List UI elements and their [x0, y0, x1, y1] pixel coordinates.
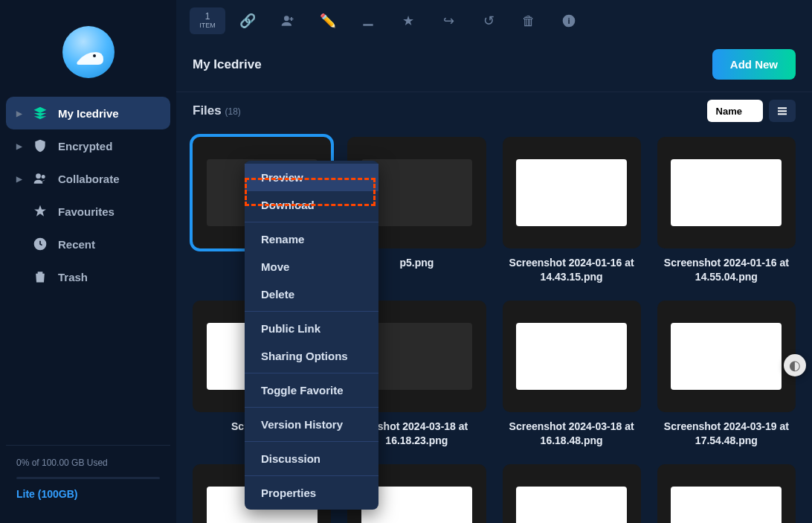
breadcrumb[interactable]: My Icedrive — [193, 57, 262, 72]
stack-icon — [31, 106, 49, 121]
list-icon — [776, 105, 788, 117]
add-new-button[interactable]: Add New — [712, 49, 796, 80]
star-icon — [31, 204, 49, 219]
history-button[interactable]: ↺ — [471, 7, 506, 34]
chevron-right-icon: ▶ — [16, 142, 27, 150]
storage-used-text: 0% of 100.00 GB Used — [16, 458, 160, 468]
sidebar-item-label: Favourites — [58, 205, 115, 218]
chevron-right-icon: ▶ — [16, 175, 27, 183]
sidebar-item-label: My Icedrive — [58, 107, 119, 120]
sidebar-item-label: Trash — [58, 271, 88, 283]
svg-rect-7 — [778, 107, 787, 109]
svg-point-0 — [93, 54, 96, 57]
svg-text:i: i — [567, 16, 570, 25]
file-thumbnail[interactable] — [657, 464, 796, 523]
menu-item-properties[interactable]: Properties — [245, 479, 378, 507]
file-thumbnail[interactable] — [503, 301, 641, 412]
adduser-icon — [280, 13, 295, 28]
edit-button[interactable]: ✏️ — [310, 7, 346, 34]
menu-item-delete[interactable]: Delete — [245, 280, 378, 308]
main-content: 1 ITEM 🔗 ✏️ ★ ↪ ↺ 🗑 i My Icedrive Add Ne… — [176, 0, 812, 523]
file-card[interactable]: Screenshot 2024-01-16 at 14.43.15.png — [503, 137, 641, 284]
sidebar-item-recent[interactable]: ▶ Recent — [6, 228, 170, 260]
chevron-right-icon: ▶ — [16, 109, 27, 118]
action-toolbar: 1 ITEM 🔗 ✏️ ★ ↪ ↺ 🗑 i — [176, 0, 812, 39]
menu-item-download[interactable]: Download — [245, 191, 378, 219]
sidebar-item-label: Encrypted — [58, 140, 112, 153]
forward-button[interactable]: ↪ — [431, 7, 466, 34]
menu-item-sharing-options[interactable]: Sharing Options — [245, 342, 378, 370]
logo-container — [6, 11, 170, 97]
file-name: Screenshot 2024-01-16 at 14.55.04.png — [657, 256, 796, 284]
delete-button[interactable]: 🗑 — [511, 7, 547, 34]
svg-point-2 — [42, 175, 45, 179]
file-card[interactable] — [503, 464, 641, 523]
sidebar-item-favourites[interactable]: ▶ Favourites — [6, 195, 170, 228]
svg-rect-9 — [778, 113, 787, 115]
menu-item-public-link[interactable]: Public Link — [245, 315, 378, 342]
link-button[interactable]: 🔗 — [230, 7, 265, 34]
file-name: Screenshot 2024-03-19 at 17.54.48.png — [657, 420, 796, 448]
menu-separator — [245, 222, 378, 222]
menu-separator — [245, 407, 378, 408]
svg-rect-8 — [778, 110, 787, 112]
favorite-button[interactable]: ★ — [390, 7, 426, 34]
sidebar-item-encrypted[interactable]: ▶ Encrypted — [6, 129, 170, 162]
list-view-button[interactable] — [769, 100, 796, 122]
file-thumbnail[interactable] — [503, 464, 641, 523]
menu-item-version-history[interactable]: Version History — [245, 411, 378, 438]
sidebar: ▶ My Icedrive▶ Encrypted▶ Collaborate▶ F… — [0, 0, 176, 523]
sidebar-item-trash[interactable]: ▶ Trash — [6, 260, 170, 293]
sort-button[interactable]: Name — [707, 100, 763, 122]
pencil-icon: ✏️ — [320, 13, 336, 29]
info-icon: i — [561, 13, 576, 28]
star-icon: ★ — [402, 13, 414, 29]
menu-separator — [245, 441, 378, 442]
menu-item-move[interactable]: Move — [245, 253, 378, 280]
context-menu: PreviewDownloadRenameMoveDeletePublic Li… — [245, 161, 378, 510]
selection-count[interactable]: 1 ITEM — [190, 7, 225, 34]
info-button[interactable]: i — [551, 7, 587, 34]
app-logo[interactable] — [62, 26, 115, 78]
menu-separator — [245, 311, 378, 312]
download-button[interactable] — [350, 7, 386, 34]
sidebar-item-collaborate[interactable]: ▶ Collaborate — [6, 162, 170, 195]
floating-action[interactable]: ◐ — [784, 354, 806, 376]
menu-item-discussion[interactable]: Discussion — [245, 445, 378, 472]
menu-separator — [245, 373, 378, 373]
trash-icon — [31, 269, 49, 284]
svg-point-1 — [36, 173, 41, 179]
file-thumbnail[interactable] — [503, 137, 641, 248]
history-icon: ↺ — [483, 13, 494, 29]
link-icon: 🔗 — [239, 13, 256, 29]
sort-icon — [745, 106, 754, 115]
trash-icon: 🗑 — [522, 13, 535, 29]
sidebar-item-my-icedrive[interactable]: ▶ My Icedrive — [6, 97, 170, 129]
share-icon: ↪ — [443, 13, 454, 29]
menu-separator — [245, 475, 378, 476]
page-header: My Icedrive Add New — [176, 39, 812, 92]
file-card[interactable] — [657, 464, 796, 523]
files-heading: Files (18) — [193, 103, 241, 118]
storage-bar — [16, 477, 160, 479]
menu-item-preview[interactable]: Preview — [245, 164, 378, 191]
sidebar-item-label: Recent — [58, 238, 95, 251]
sidebar-item-label: Collaborate — [58, 173, 120, 185]
svg-point-4 — [284, 16, 289, 21]
storage-plan[interactable]: Lite (100GB) — [16, 488, 160, 500]
clock-icon — [31, 237, 49, 251]
sort-controls: Name — [707, 100, 796, 122]
people-icon — [31, 171, 49, 186]
menu-item-toggle-favorite[interactable]: Toggle Favorite — [245, 376, 378, 404]
file-name: Screenshot 2024-01-16 at 14.43.15.png — [503, 256, 641, 284]
storage-info: 0% of 100.00 GB Used Lite (100GB) — [6, 445, 170, 512]
menu-item-rename[interactable]: Rename — [245, 225, 378, 253]
download-icon — [361, 13, 376, 28]
share-user-button[interactable] — [270, 7, 306, 34]
file-thumbnail[interactable] — [657, 301, 796, 412]
file-card[interactable]: Screenshot 2024-03-18 at 16.18.48.png — [503, 301, 641, 448]
file-thumbnail[interactable] — [657, 137, 796, 248]
file-card[interactable]: Screenshot 2024-01-16 at 14.55.04.png — [657, 137, 796, 284]
files-toolbar: Files (18) Name — [176, 92, 812, 129]
file-card[interactable]: Screenshot 2024-03-19 at 17.54.48.png — [657, 301, 796, 448]
